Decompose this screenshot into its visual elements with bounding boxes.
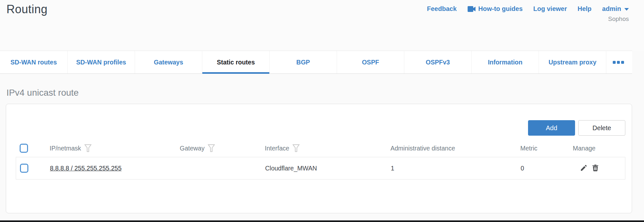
brand-label: Sophos [608, 15, 629, 23]
ellipsis-icon [613, 61, 616, 64]
table-header-row: IP/netmask Gateway Interface Administrat… [16, 141, 625, 156]
column-administrative-distance: Administrative distance [390, 145, 455, 152]
chevron-down-icon [624, 8, 629, 11]
column-gateway: Gateway [180, 145, 205, 152]
header-links: Feedback How-to guides Log viewer Help a… [427, 5, 629, 13]
add-button[interactable]: Add [528, 120, 575, 136]
manage-cell [573, 164, 625, 172]
row-checkbox[interactable] [20, 164, 28, 173]
filter-icon[interactable] [84, 144, 91, 152]
screen-edge-bar [0, 220, 644, 222]
tab-static-routes[interactable]: Static routes [202, 51, 269, 73]
help-label: Help [578, 5, 591, 13]
feedback-link[interactable]: Feedback [427, 5, 457, 13]
tab-overflow-button[interactable] [606, 51, 630, 73]
tab-information[interactable]: Information [471, 51, 539, 73]
tab-sd-wan-routes[interactable]: SD-WAN routes [0, 51, 67, 73]
filter-icon[interactable] [293, 144, 300, 152]
page-header: Routing Feedback How-to guides Log viewe… [0, 0, 644, 51]
tab-gateways[interactable]: Gateways [135, 51, 202, 73]
delete-row-button[interactable] [591, 164, 600, 172]
help-link[interactable]: Help [578, 5, 591, 13]
log-viewer-label: Log viewer [533, 5, 567, 13]
table-row: 8.8.8.8 / 255.255.255.255 Cloudflare_MWA… [16, 157, 625, 179]
edit-button[interactable] [580, 164, 588, 172]
tab-bar: SD-WAN routes SD-WAN profiles Gateways S… [0, 51, 632, 74]
tab-bgp[interactable]: BGP [269, 51, 337, 73]
table-toolbar: Add Delete [16, 120, 625, 136]
feedback-link-label: Feedback [427, 5, 457, 13]
tab-ospfv3[interactable]: OSPFv3 [404, 51, 471, 73]
select-all-checkbox[interactable] [20, 144, 28, 153]
filter-icon[interactable] [208, 144, 215, 152]
metric-cell: 0 [521, 165, 573, 172]
tab-ospf[interactable]: OSPF [337, 51, 404, 73]
trash-icon [591, 164, 599, 173]
column-metric: Metric [520, 145, 537, 152]
page-title: Routing [6, 3, 48, 16]
administrative-distance-cell: 1 [391, 165, 521, 172]
interface-cell: Cloudflare_MWAN [265, 165, 391, 172]
video-camera-icon [467, 5, 476, 13]
route-link[interactable]: 8.8.8.8 / 255.255.255.255 [50, 165, 121, 172]
admin-label: admin [602, 5, 621, 13]
tab-sd-wan-profiles[interactable]: SD-WAN profiles [67, 51, 135, 73]
column-manage: Manage [573, 145, 595, 152]
column-interface: Interface [265, 145, 289, 152]
how-to-guides-link[interactable]: How-to guides [467, 5, 523, 13]
delete-button[interactable]: Delete [578, 120, 625, 136]
log-viewer-link[interactable]: Log viewer [533, 5, 567, 13]
tab-upstream-proxy[interactable]: Upstream proxy [539, 51, 606, 73]
how-to-guides-label: How-to guides [478, 5, 523, 13]
admin-menu[interactable]: admin [602, 5, 629, 13]
routing-page: Routing Feedback How-to guides Log viewe… [0, 0, 644, 222]
column-ip-netmask: IP/netmask [50, 145, 81, 152]
pencil-icon [580, 164, 588, 173]
section-title: IPv4 unicast route [6, 88, 79, 98]
ipv4-unicast-route-panel: Add Delete IP/netmask Gateway Interfac [6, 104, 632, 213]
